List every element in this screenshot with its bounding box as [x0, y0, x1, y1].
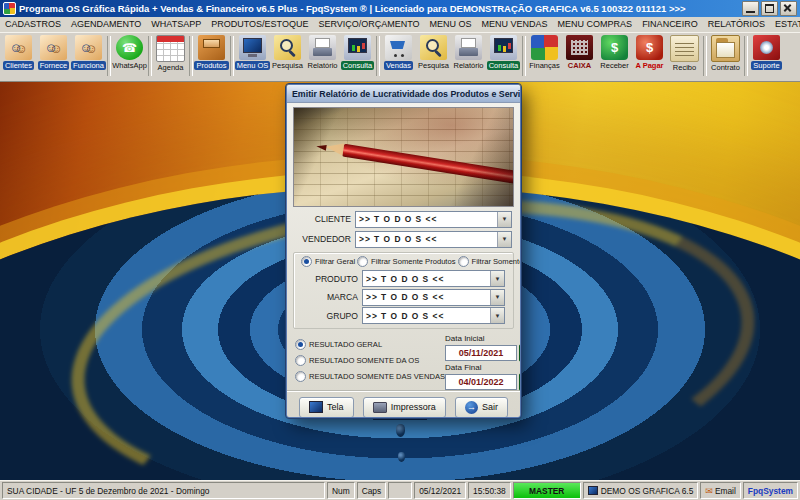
whatsapp-icon — [116, 35, 143, 60]
menu-item-menu-compras[interactable]: MENU COMPRAS — [553, 17, 638, 32]
cart-icon — [385, 35, 412, 60]
radio-resultado-somente-da-os[interactable]: RESULTADO SOMENTE DA OS — [295, 355, 445, 366]
toolbar-button-clientes[interactable]: Clientes — [1, 34, 36, 70]
produto-combobox[interactable]: >> T O D O S << — [362, 270, 505, 287]
menu-item-estatistica[interactable]: ESTATISTICA — [770, 17, 800, 32]
radio-resultado-geral[interactable]: RESULTADO GERAL — [295, 339, 445, 350]
minimize-button[interactable] — [742, 1, 759, 16]
toolbar-button-pesquisa-vendas[interactable]: Pesquisa — [416, 34, 451, 70]
radio-filtrar-geral[interactable]: Filtrar Geral — [301, 256, 355, 267]
toolbar-button-relatorio-vendas[interactable]: Relatório — [451, 34, 486, 70]
receipt-icon — [670, 35, 699, 62]
toolbar-button-consulta-vendas[interactable]: Consulta — [486, 34, 521, 70]
filter-group: Filtrar Geral Filtrar Somente Produtos F… — [293, 252, 514, 329]
products-box-icon — [198, 35, 225, 60]
toolbar-button-a-pagar[interactable]: A Pagar — [632, 34, 667, 70]
radio-resultado-somente-das-vendas[interactable]: RESULTADO SOMENTE DAS VENDAS — [295, 371, 445, 382]
toolbar-button-agenda[interactable]: Agenda — [153, 34, 188, 72]
toolbar-button-suporte[interactable]: Suporte — [749, 34, 784, 70]
toolbar-button-funciona[interactable]: Funciona — [71, 34, 106, 70]
menu-item-produtos-estoque[interactable]: PRODUTOS/ESTOQUE — [206, 17, 313, 32]
sair-button-label: Sair — [482, 402, 498, 412]
data-final-label: Data Final — [445, 363, 520, 372]
toolbar-label: Agenda — [156, 63, 186, 72]
sair-button[interactable]: Sair — [455, 397, 508, 418]
search-icon — [274, 35, 301, 60]
produto-value: >> T O D O S << — [366, 274, 444, 284]
printer-icon — [455, 35, 482, 60]
calendar-picker-icon[interactable] — [519, 373, 520, 391]
computer-icon — [588, 486, 598, 495]
toolbar-button-fornece[interactable]: Fornece — [36, 34, 71, 70]
toolbar-button-relatorio-os[interactable]: Relatório — [305, 34, 340, 70]
chevron-down-icon[interactable] — [490, 308, 504, 323]
chevron-down-icon[interactable] — [497, 212, 511, 227]
radio-dot-icon — [458, 256, 469, 267]
menu-item-relatorios[interactable]: RELATÓRIOS — [703, 17, 770, 32]
toolbar-separator — [107, 36, 111, 76]
tela-button[interactable]: Tela — [299, 397, 354, 418]
chevron-down-icon[interactable] — [490, 271, 504, 286]
radio-dot-icon — [295, 339, 306, 350]
status-email[interactable]: Email — [700, 482, 741, 499]
window-controls — [742, 1, 797, 16]
calendar-picker-icon[interactable] — [519, 344, 520, 362]
menu-item-cadastros[interactable]: CADASTROS — [0, 17, 66, 32]
date-range: Data Inicial 05/11/2021 Data Final 04/01… — [445, 333, 520, 391]
marca-combobox[interactable]: >> T O D O S << — [362, 289, 505, 306]
menu-item-menu-os[interactable]: MENU OS — [425, 17, 477, 32]
close-button[interactable] — [780, 1, 797, 16]
status-time: 15:50:38 — [468, 482, 511, 499]
toolbar-button-recibo[interactable]: Recibo — [667, 34, 702, 72]
clients-icon — [5, 35, 32, 60]
toolbar-label: Produtos — [194, 61, 228, 70]
chevron-down-icon[interactable] — [490, 290, 504, 305]
menu-item-agendamento[interactable]: AGENDAMENTO — [66, 17, 146, 32]
radio-label: RESULTADO SOMENTE DAS VENDAS — [309, 372, 445, 381]
toolbar-label: Relatório — [305, 61, 339, 70]
impressora-button[interactable]: Impressora — [363, 397, 446, 418]
application-window: Programa OS Gráfica Rápida + Vendas & Fi… — [0, 0, 800, 500]
email-icon — [705, 486, 715, 496]
menu-item-whatsapp[interactable]: WHATSAPP — [146, 17, 206, 32]
tela-button-label: Tela — [327, 402, 344, 412]
dialog-buttons: Tela Impressora Sair — [287, 391, 520, 418]
data-final-field[interactable]: 04/01/2022 — [445, 374, 517, 390]
cash-register-icon — [566, 35, 593, 60]
toolbar-button-vendas[interactable]: Vendas — [381, 34, 416, 70]
menu-item-servico-orcamento[interactable]: SERVIÇO/ORÇAMENTO — [313, 17, 424, 32]
toolbar-button-financas[interactable]: Finanças — [527, 34, 562, 70]
chevron-down-icon[interactable] — [497, 232, 511, 247]
cliente-combobox[interactable]: >> T O D O S << — [355, 211, 512, 228]
vendedor-combobox[interactable]: >> T O D O S << — [355, 231, 512, 248]
grupo-combobox[interactable]: >> T O D O S << — [362, 307, 505, 324]
toolbar-button-receber[interactable]: Receber — [597, 34, 632, 70]
maximize-button[interactable] — [761, 1, 778, 16]
status-brand: FpqSystem — [743, 482, 798, 499]
toolbar-separator — [148, 36, 152, 76]
menu-item-financeiro[interactable]: FINANCEIRO — [637, 17, 703, 32]
radio-filtrar-somente-produtos[interactable]: Filtrar Somente Produtos — [357, 256, 455, 267]
toolbar-button-pesquisa-os[interactable]: Pesquisa — [270, 34, 305, 70]
status-demo-name: DEMO OS GRAFICA 6.5 — [583, 482, 699, 499]
toolbar-button-contrato[interactable]: Contrato — [708, 34, 743, 72]
radio-filtrar-somente-servicos[interactable]: Filtrar Somente Serviços — [458, 256, 520, 267]
data-inicial-field[interactable]: 05/11/2021 — [445, 345, 517, 361]
printer-icon — [309, 35, 336, 60]
status-license-badge: MASTER — [513, 482, 581, 499]
toolbar-button-menu-os[interactable]: Menu OS — [235, 34, 270, 70]
menu-item-menu-vendas[interactable]: MENU VENDAS — [477, 17, 553, 32]
toolbar-button-consulta-os[interactable]: Consulta — [340, 34, 375, 70]
statusbar: SUA CIDADE - UF 5 de Dezembro de 2021 - … — [0, 480, 800, 500]
app-icon — [3, 2, 16, 15]
marca-label: MARCA — [302, 292, 362, 302]
toolbar-button-produtos[interactable]: Produtos — [194, 34, 229, 70]
toolbar-button-whatsapp[interactable]: WhatsApp — [112, 34, 147, 70]
radio-label: RESULTADO SOMENTE DA OS — [309, 356, 419, 365]
toolbar-label: Clientes — [3, 61, 34, 70]
toolbar-label: Vendas — [384, 61, 413, 70]
toolbar-button-caixa[interactable]: CAIXA — [562, 34, 597, 70]
toolbar-label: Menu OS — [235, 61, 271, 70]
marca-value: >> T O D O S << — [366, 292, 444, 302]
result-options: RESULTADO GERAL RESULTADO SOMENTE DA OS … — [295, 333, 445, 391]
